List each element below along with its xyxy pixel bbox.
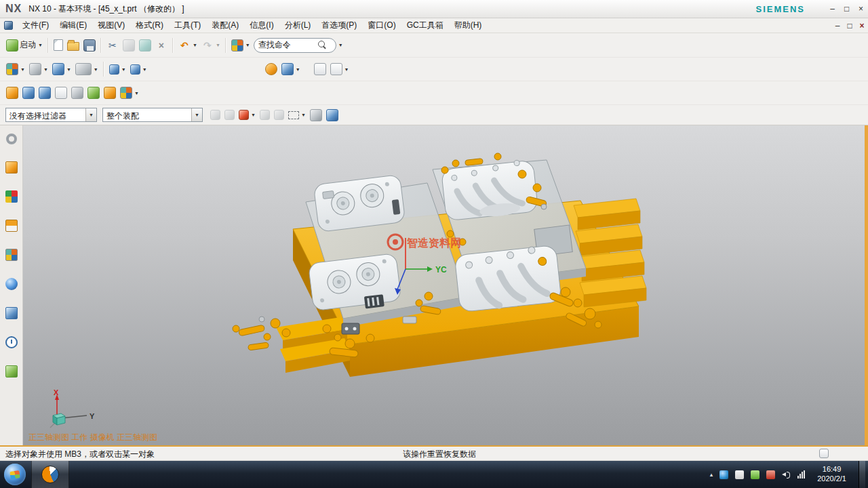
window-restore-button[interactable]: □: [840, 4, 854, 14]
start-menu-button[interactable]: 启动 ▼: [4, 36, 45, 55]
child-close-button[interactable]: ×: [856, 21, 868, 30]
roles-gear-icon[interactable]: [6, 134, 17, 144]
part-navigator-icon[interactable]: [5, 220, 18, 232]
status-message: 该操作重置恢复数据: [403, 449, 476, 460]
new-file-button[interactable]: [52, 36, 65, 55]
select-region-button[interactable]: [222, 106, 237, 125]
selection-scope-dropdown[interactable]: 整个装配 ▼: [102, 108, 203, 122]
copy-button[interactable]: [121, 36, 137, 55]
paste-button[interactable]: [137, 36, 153, 55]
menu-view[interactable]: 视图(V): [92, 18, 130, 33]
delete-button[interactable]: ×: [153, 36, 170, 55]
menu-analysis[interactable]: 分析(L): [279, 18, 317, 33]
menu-assemblies[interactable]: 装配(A): [206, 18, 244, 33]
chevron-down-icon[interactable]: ▼: [191, 108, 202, 121]
siemens-logo: SIEMENS: [755, 4, 805, 14]
hd3d-tools-icon[interactable]: [5, 307, 18, 319]
assemblies-toolbar: ▼: [0, 81, 868, 105]
command-finder-button[interactable]: ▼: [229, 36, 252, 55]
redo-button[interactable]: ↷ ▼: [199, 36, 222, 55]
menu-edit[interactable]: 编辑(E): [54, 18, 92, 33]
general-object-button[interactable]: [308, 106, 324, 125]
undo-button[interactable]: ↶ ▼: [176, 36, 199, 55]
background-button[interactable]: ▼: [73, 60, 100, 79]
save-button[interactable]: [81, 36, 98, 55]
history-palette-icon[interactable]: [5, 336, 18, 348]
menu-preferences[interactable]: 首选项(P): [316, 18, 362, 33]
taskbar-clock[interactable]: 16:49 2020/2/1: [817, 465, 846, 484]
menu-tools[interactable]: 工具(T): [169, 18, 206, 33]
start-label: 启动: [20, 39, 36, 51]
menu-help[interactable]: 帮助(H): [449, 18, 488, 33]
cut-button[interactable]: ✂: [104, 36, 121, 55]
tray-update-icon[interactable]: [751, 470, 760, 479]
menu-window[interactable]: 窗口(O): [362, 18, 401, 33]
mirror-assembly-button[interactable]: [53, 83, 69, 102]
web-browser-icon[interactable]: [5, 278, 18, 290]
tray-security-icon[interactable]: [766, 470, 775, 479]
chevron-down-icon[interactable]: ▼: [338, 43, 343, 47]
exploded-view-button[interactable]: [69, 83, 85, 102]
selection-scope-value: 整个装配: [103, 108, 191, 121]
lasso-button[interactable]: [272, 106, 286, 125]
tray-expand-chevron-icon[interactable]: ▴: [710, 471, 713, 478]
chevron-down-icon: ▼: [216, 43, 220, 47]
window-minimize-button[interactable]: –: [825, 4, 840, 14]
open-file-button[interactable]: [65, 36, 81, 55]
child-restore-button[interactable]: □: [844, 21, 856, 30]
move-component-button[interactable]: [4, 83, 20, 102]
network-icon[interactable]: [797, 470, 805, 479]
show-desktop-button[interactable]: [859, 461, 865, 488]
open-folder-icon: [67, 42, 79, 51]
constraint-navigator-icon[interactable]: [5, 190, 18, 203]
rectangle-select-button[interactable]: ▼: [286, 106, 308, 125]
document-icon[interactable]: [4, 21, 13, 30]
vector-button[interactable]: ▼: [279, 60, 302, 79]
highlight-button[interactable]: ▼: [237, 106, 258, 125]
measure-angle-button[interactable]: ▼: [328, 60, 351, 79]
snap-point-button[interactable]: [208, 106, 222, 125]
status-sheet-icon[interactable]: [819, 449, 829, 458]
start-orb-button[interactable]: [4, 464, 26, 485]
graphics-viewport[interactable]: YC 智造资料网 X Y 正三轴: [23, 125, 868, 445]
assembly-constraints-button[interactable]: [20, 83, 37, 102]
measure-distance-button[interactable]: [312, 60, 328, 79]
assembly-navigator-icon[interactable]: [5, 161, 18, 174]
wcs-button[interactable]: [102, 83, 118, 102]
exploded-view-icon: [71, 87, 83, 99]
perspective-button[interactable]: ▼: [128, 60, 149, 79]
command-search-input[interactable]: [258, 41, 318, 50]
child-minimize-button[interactable]: –: [831, 21, 844, 30]
pattern-component-button[interactable]: [37, 83, 53, 102]
solid-body-button[interactable]: [324, 106, 340, 125]
menu-gc-toolbox[interactable]: GC工具箱: [401, 18, 449, 33]
rendering-style-button[interactable]: ▼: [50, 60, 73, 79]
tray-help-icon[interactable]: [719, 470, 728, 479]
sequence-button[interactable]: [85, 83, 102, 102]
nx-taskbar-button[interactable]: [31, 461, 69, 488]
material-sphere-icon: [265, 63, 277, 75]
menu-format[interactable]: 格式(R): [130, 18, 169, 33]
window-close-button[interactable]: ×: [854, 4, 868, 14]
volume-icon[interactable]: [782, 470, 791, 479]
search-icon[interactable]: [318, 41, 327, 49]
menu-file[interactable]: 文件(F): [17, 18, 54, 33]
system-materials-icon[interactable]: [5, 365, 18, 378]
chevron-down-icon[interactable]: ▼: [85, 108, 96, 121]
assembly-constraints-icon: [22, 87, 35, 99]
orient-view-button[interactable]: ▼: [27, 60, 50, 79]
annotation-button[interactable]: ▼: [118, 83, 141, 102]
reuse-library-icon[interactable]: [5, 249, 18, 261]
chevron-down-icon: ▼: [121, 67, 126, 72]
toolbar-separator: [225, 38, 226, 53]
menu-information[interactable]: 信息(I): [244, 18, 279, 33]
gray-cube-icon: [310, 109, 322, 121]
selection-filter-dropdown[interactable]: 没有选择过滤器 ▼: [5, 108, 97, 122]
command-search-box[interactable]: [254, 38, 336, 53]
nx-app-icon: [41, 466, 59, 483]
true-shading-button[interactable]: [263, 60, 279, 79]
view-layout-button[interactable]: ▼: [4, 60, 27, 79]
add-to-selection-button[interactable]: [258, 106, 272, 125]
tray-ime-icon[interactable]: [735, 470, 744, 479]
window-cascade-button[interactable]: ▼: [107, 60, 128, 79]
